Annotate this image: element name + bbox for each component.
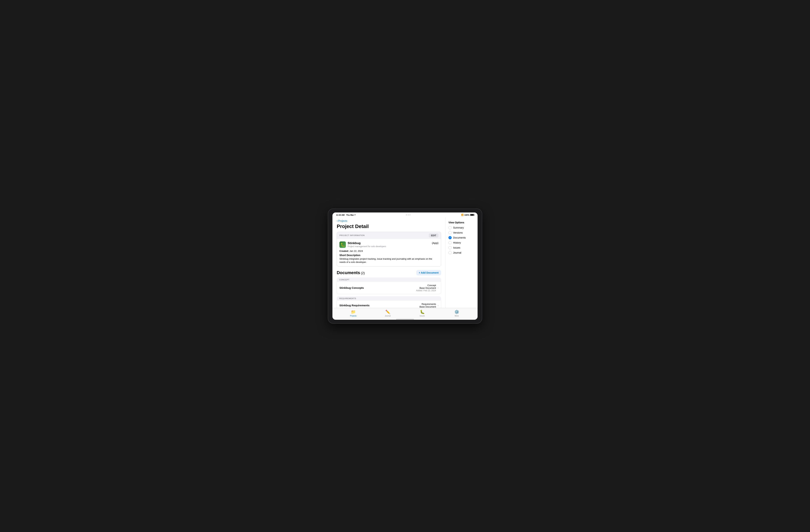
view-options-title: View Options <box>449 221 475 224</box>
view-option-label-journal: Journal <box>453 251 461 254</box>
tab-projects-label: Projects <box>350 315 356 317</box>
tab-journal[interactable]: ✏️ Journal <box>371 310 405 317</box>
project-info-card: PROJECT INFORMATION EDIT 🐛 Stinkbug <box>337 232 441 267</box>
doc-item-requirements-meta-row: Requirements Base Document › <box>420 303 438 308</box>
home-indicator <box>333 319 477 320</box>
view-option-versions[interactable]: Versions <box>449 231 475 234</box>
main-content: ‹ Projects Project Detail PROJECT INFORM… <box>333 217 477 308</box>
status-dots: • • • <box>406 214 410 216</box>
section-count: (2) <box>361 271 365 275</box>
tab-journal-icon: ✏️ <box>385 310 390 315</box>
radio-versions <box>449 231 452 234</box>
project-type: (App) <box>432 241 438 244</box>
card-body: 🐛 Stinkbug Project management for solo d… <box>337 239 441 266</box>
wifi-icon: 📶 <box>461 214 464 216</box>
short-desc-label: Short Description <box>339 254 438 257</box>
tab-projects[interactable]: 📁 Projects <box>336 310 371 317</box>
doc-item-requirements-type: Requirements <box>420 303 436 305</box>
home-bar <box>396 319 414 320</box>
tab-issues[interactable]: 🐛 Issues <box>405 310 439 317</box>
time-text: 11:53 AM <box>336 214 344 216</box>
tab-more-label: More <box>455 315 459 317</box>
project-name: Stinkbug <box>347 241 386 245</box>
doc-item-concepts-added: Added: Feb 22, 2024 <box>416 289 436 292</box>
card-header-label: PROJECT INFORMATION <box>339 234 364 237</box>
project-icon: 🐛 <box>339 241 346 248</box>
back-label: Projects <box>338 220 347 222</box>
radio-issues <box>449 246 452 249</box>
doc-item-requirements-meta: Requirements Base Document <box>420 303 436 308</box>
view-option-label-summary: Summary <box>453 226 464 229</box>
doc-group-concept: CONCEPT Stinkbug Concepts Concept Base D… <box>337 277 441 294</box>
doc-item-concepts-chevron-icon: › <box>438 286 438 290</box>
add-document-button[interactable]: + Add Document <box>416 270 441 275</box>
radio-summary <box>449 226 452 229</box>
doc-item-concepts-name: Stinkbug Concepts <box>339 286 364 289</box>
status-right: 📶 100% <box>461 214 474 216</box>
status-bar: 11:53 AM Thu Mar 7 • • • 📶 100% <box>333 212 477 217</box>
doc-item-requirements-chevron-icon: › <box>438 304 438 307</box>
doc-item-requirements[interactable]: Stinkbug Requirements Requirements Base … <box>337 301 441 308</box>
doc-item-concepts-type: Concept <box>416 284 436 287</box>
doc-group-requirements: REQUIREMENTS Stinkbug Requirements Requi… <box>337 296 441 308</box>
ipad-screen: 11:53 AM Thu Mar 7 • • • 📶 100% ‹ Proje <box>333 212 477 320</box>
project-subtitle: Project management for solo developers <box>347 245 386 248</box>
tab-more-icon: ⚙️ <box>454 310 459 315</box>
radio-documents <box>449 236 452 239</box>
tab-more[interactable]: ⚙️ More <box>439 310 474 317</box>
tab-issues-icon: 🐛 <box>420 310 425 315</box>
card-header: PROJECT INFORMATION EDIT <box>337 232 441 239</box>
project-icon-emoji: 🐛 <box>340 242 345 247</box>
edit-button[interactable]: EDIT <box>429 233 438 238</box>
date-text: Thu Mar 7 <box>346 214 356 216</box>
back-chevron-icon: ‹ <box>337 219 338 223</box>
doc-item-concepts[interactable]: Stinkbug Concepts Concept Base Document … <box>337 282 441 294</box>
view-options-list: SummaryVersionsDocumentsHistoryIssuesJou… <box>449 226 475 254</box>
created-label: Created: <box>339 249 349 252</box>
doc-item-requirements-subtype: Base Document <box>420 305 436 308</box>
section-title-area: Documents (2) <box>337 270 365 275</box>
created-row: Created: Jan 22, 2024 <box>339 249 438 252</box>
content-area: ‹ Projects Project Detail PROJECT INFORM… <box>333 217 446 308</box>
battery-percent: 100% <box>464 214 469 216</box>
short-desc-text: Stinkbug integrates project tracking, is… <box>339 257 438 264</box>
project-icon-name: 🐛 Stinkbug Project management for solo d… <box>339 241 386 248</box>
doc-item-concepts-meta: Concept Base Document Added: Feb 22, 202… <box>416 284 436 292</box>
ipad-frame: 11:53 AM Thu Mar 7 • • • 📶 100% ‹ Proje <box>328 209 482 323</box>
tab-journal-label: Journal <box>385 315 391 317</box>
project-info-row: 🐛 Stinkbug Project management for solo d… <box>339 241 438 248</box>
view-option-label-issues: Issues <box>453 246 460 249</box>
view-option-summary[interactable]: Summary <box>449 226 475 229</box>
view-option-label-versions: Versions <box>453 231 463 234</box>
view-option-label-documents: Documents <box>453 236 466 239</box>
project-name-block: Stinkbug Project management for solo dev… <box>347 241 386 248</box>
doc-group-requirements-header: REQUIREMENTS <box>337 296 441 301</box>
view-option-documents[interactable]: Documents <box>449 236 475 239</box>
radio-history <box>449 241 452 244</box>
view-option-history[interactable]: History <box>449 241 475 244</box>
page-title: Project Detail <box>337 224 441 229</box>
section-header: Documents (2) + Add Document <box>337 270 441 275</box>
doc-item-concepts-meta-row: Concept Base Document Added: Feb 22, 202… <box>416 284 438 292</box>
tab-issues-label: Issues <box>420 315 425 317</box>
created-date: Jan 22, 2024 <box>350 249 363 252</box>
view-option-journal[interactable]: Journal <box>449 251 475 254</box>
battery-icon <box>470 214 474 216</box>
radio-journal <box>449 251 452 254</box>
back-nav[interactable]: ‹ Projects <box>337 217 441 224</box>
view-option-issues[interactable]: Issues <box>449 246 475 249</box>
view-option-label-history: History <box>453 241 461 244</box>
doc-group-concept-header: CONCEPT <box>337 277 441 282</box>
doc-item-concepts-subtype: Base Document <box>416 287 436 289</box>
tab-projects-icon: 📁 <box>351 310 356 315</box>
view-options-sidebar: View Options SummaryVersionsDocumentsHis… <box>446 217 477 308</box>
doc-item-requirements-name: Stinkbug Requirements <box>339 304 369 307</box>
status-time: 11:53 AM Thu Mar 7 <box>336 214 356 216</box>
tab-bar: 📁 Projects ✏️ Journal 🐛 Issues ⚙️ More <box>333 308 477 319</box>
section-title: Documents <box>337 270 360 275</box>
